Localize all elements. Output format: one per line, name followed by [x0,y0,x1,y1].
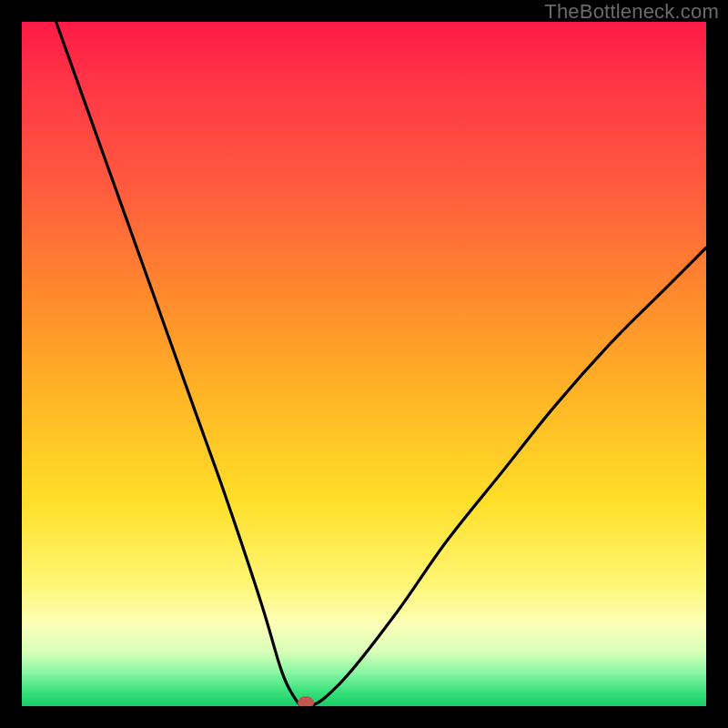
watermark-text: TheBottleneck.com [544,2,719,22]
plot-area [22,22,706,706]
chart-frame: TheBottleneck.com [0,0,728,728]
